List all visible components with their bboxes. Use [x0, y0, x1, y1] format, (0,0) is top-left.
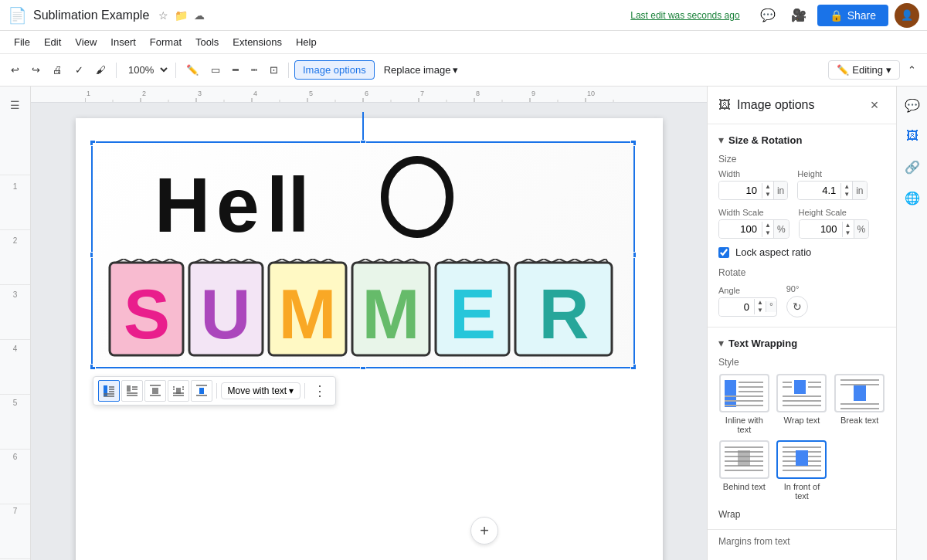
explore-icon-button[interactable]: 🌐: [900, 185, 925, 210]
width-label: Width: [718, 169, 788, 178]
wrap-top-bottom-button[interactable]: [144, 380, 166, 402]
toolbar-divider-2: [175, 63, 176, 78]
width-down[interactable]: ▼: [762, 191, 773, 199]
add-button[interactable]: +: [470, 517, 498, 545]
width-input[interactable]: [719, 182, 762, 199]
angle-input[interactable]: [719, 298, 754, 316]
menu-tools[interactable]: Tools: [189, 33, 225, 51]
links-icon-button[interactable]: 🔗: [900, 154, 925, 179]
comment-button[interactable]: 💬: [756, 3, 780, 28]
menu-view[interactable]: View: [69, 33, 103, 51]
replace-image-button[interactable]: Replace image ▾: [378, 61, 465, 79]
height-up[interactable]: ▲: [841, 183, 852, 191]
break-text-label: Break text: [840, 416, 879, 425]
size-rotation-chevron-icon: ▾: [718, 134, 724, 146]
height-scale-up[interactable]: ▲: [843, 222, 854, 229]
width-scale-input[interactable]: [719, 220, 762, 238]
zoom-select[interactable]: 100% 75% 50% 150%: [122, 62, 170, 78]
angle-up[interactable]: ▲: [755, 299, 766, 307]
infront-text-label: In front of text: [776, 482, 828, 501]
wrap-both-button[interactable]: [168, 380, 189, 402]
image-options-icon-button[interactable]: 🖼: [900, 124, 925, 148]
wrap-text-item[interactable]: Wrap text: [776, 374, 828, 434]
width-up[interactable]: ▲: [762, 183, 773, 191]
spellcheck-button[interactable]: ✓: [70, 61, 88, 79]
selected-image-wrapper[interactable]: H e ll S: [91, 141, 635, 368]
width-scale-input-group: ▲ ▼ %: [718, 219, 789, 239]
svg-text:3: 3: [198, 90, 202, 97]
editing-chevron-icon: ▾: [886, 64, 891, 76]
menu-edit[interactable]: Edit: [38, 33, 67, 51]
svg-rect-52: [127, 385, 131, 392]
infront-text-item[interactable]: In front of text: [776, 440, 828, 501]
rotate-90-button[interactable]: ↻: [786, 296, 808, 317]
lock-aspect-label[interactable]: Lock aspect ratio: [735, 246, 811, 258]
image-options-button[interactable]: Image options: [294, 60, 375, 80]
menu-insert[interactable]: Insert: [104, 33, 142, 51]
more-options-button[interactable]: ⋮: [309, 380, 331, 402]
comments-icon-button[interactable]: 💬: [900, 93, 925, 117]
editing-label: Editing: [852, 64, 883, 76]
infront-text-preview: [776, 440, 827, 479]
border-button[interactable]: ▭: [206, 61, 225, 79]
sidebar-toggle-button[interactable]: ☰: [3, 93, 28, 117]
height-field: Height ▲ ▼ in: [797, 169, 867, 200]
print-button[interactable]: 🖨: [48, 61, 67, 79]
behind-text-item[interactable]: Behind text: [718, 440, 770, 501]
height-scale-input[interactable]: [800, 220, 842, 238]
image-toolbar-divider-2: [304, 383, 305, 399]
move-with-text-button[interactable]: Move with text ▾: [221, 382, 301, 399]
meet-button[interactable]: 🎥: [786, 3, 811, 28]
height-scale-down[interactable]: ▼: [843, 229, 854, 237]
height-down[interactable]: ▼: [841, 191, 852, 199]
image-options-panel: 🖼 Image options × ▾ Size & Rotation Size…: [707, 87, 896, 560]
share-button[interactable]: 🔒 Share: [817, 5, 888, 26]
size-rotation-header[interactable]: ▾ Size & Rotation: [718, 134, 885, 146]
width-scale-down[interactable]: ▼: [762, 229, 773, 237]
cloud-icon[interactable]: ☁: [194, 9, 205, 22]
crop-button[interactable]: ⊡: [265, 61, 283, 79]
paint-format-button[interactable]: 🖌: [91, 61, 110, 79]
menu-extensions[interactable]: Extensions: [226, 33, 288, 51]
panel-image-icon: 🖼: [718, 98, 731, 112]
svg-text:U: U: [200, 276, 250, 353]
svg-text:4: 4: [253, 90, 257, 97]
break-text-button[interactable]: [191, 380, 212, 402]
width-scale-up[interactable]: ▲: [762, 222, 773, 229]
editing-mode-button[interactable]: ✏️ Editing ▾: [828, 60, 900, 80]
svg-rect-96: [738, 450, 750, 466]
editing-pencil-icon: ✏️: [837, 64, 849, 76]
wrap-inline-item[interactable]: Inline with text: [718, 374, 770, 434]
angle-down[interactable]: ▼: [755, 307, 766, 314]
line-button[interactable]: ━: [228, 61, 243, 79]
wrap-left-button[interactable]: [121, 380, 143, 402]
undo-button[interactable]: ↩: [6, 61, 24, 79]
doc-app-icon: 📄: [8, 6, 27, 25]
break-text-item[interactable]: Break text: [834, 374, 885, 434]
star-icon[interactable]: ☆: [158, 9, 168, 22]
document-page: H e ll S: [76, 118, 663, 560]
expand-button[interactable]: ⌃: [903, 61, 921, 79]
width-scale-label: Width Scale: [718, 208, 789, 217]
sublimation-image: H e ll S: [93, 143, 633, 367]
dash-button[interactable]: ┅: [246, 61, 262, 79]
height-scale-label: Height Scale: [799, 208, 870, 217]
panel-header: 🖼 Image options ×: [708, 87, 896, 124]
wrap-inline-button[interactable]: [98, 380, 120, 402]
right-icons-sidebar: 💬 🖼 🔗 🌐: [896, 87, 927, 560]
svg-text:M: M: [362, 276, 419, 353]
height-input[interactable]: [798, 182, 840, 199]
last-edit-time[interactable]: Last edit was seconds ago: [630, 10, 739, 21]
menu-help[interactable]: Help: [290, 33, 323, 51]
wrap-text-preview: [776, 374, 827, 412]
redo-button[interactable]: ↪: [27, 61, 45, 79]
menu-format[interactable]: Format: [144, 33, 188, 51]
lock-aspect-checkbox[interactable]: [718, 247, 729, 258]
panel-close-button[interactable]: ×: [864, 94, 885, 116]
text-wrapping-header[interactable]: ▾ Text Wrapping: [718, 337, 885, 349]
folder-icon[interactable]: 📁: [175, 9, 188, 22]
avatar[interactable]: 👤: [895, 3, 919, 28]
doc-title[interactable]: Sublimation Example: [33, 8, 149, 22]
menu-file[interactable]: File: [8, 33, 36, 51]
pen-button[interactable]: ✏️: [182, 61, 203, 79]
